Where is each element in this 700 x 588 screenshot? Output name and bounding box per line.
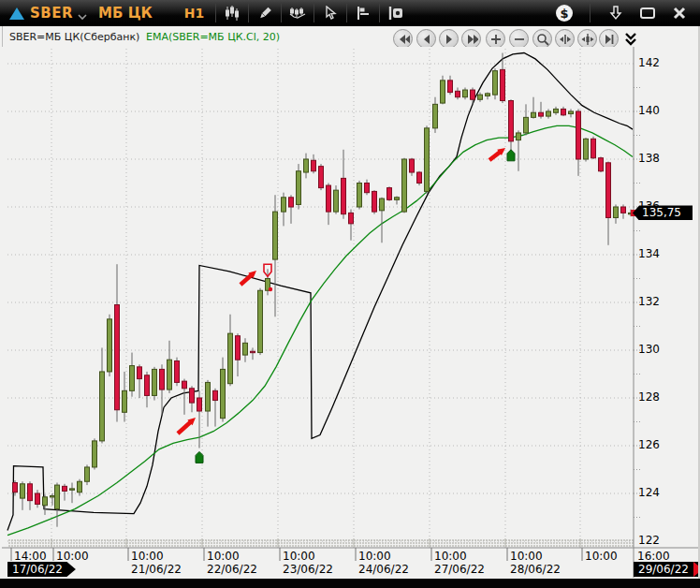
y-axis-label: 130	[638, 343, 660, 356]
y-axis-label: 142	[638, 56, 660, 69]
y-axis-label: 126	[638, 438, 660, 451]
candle	[599, 156, 604, 172]
candle	[93, 438, 97, 469]
y-axis-label: 138	[638, 152, 660, 165]
candle	[153, 367, 157, 401]
time-label: 10:00	[585, 550, 618, 563]
date-label: 28/06/22	[510, 563, 561, 576]
time-label-end: 16:00	[637, 550, 670, 563]
candle	[417, 171, 422, 185]
time-label: 10:00	[510, 550, 543, 563]
last-price-tag: 135,75	[633, 205, 693, 220]
time-label: 10:00	[207, 550, 240, 563]
y-axis-label: 132	[638, 295, 660, 308]
date-tag-start: 17/06/22	[7, 562, 76, 577]
date-label: 23/06/22	[283, 563, 333, 576]
candle	[372, 190, 377, 214]
trading-terminal-window: { "titlebar": { "symbol": "SBER", "board…	[0, 0, 700, 588]
candle	[357, 181, 362, 210]
time-label: 10:00	[131, 550, 164, 563]
candle	[108, 315, 112, 376]
date-label: 27/06/22	[434, 563, 485, 576]
y-axis-label: 134	[638, 247, 660, 260]
candle	[258, 288, 263, 355]
candle	[493, 68, 498, 99]
time-label: 10:00	[434, 550, 467, 563]
date-tag-end: 29/06/22	[634, 562, 698, 577]
window-bottom-bar	[0, 579, 700, 588]
sell-dot-marker	[269, 287, 272, 291]
candle	[319, 164, 324, 190]
y-axis-label: 140	[638, 104, 660, 117]
chart-plot[interactable]	[0, 0, 700, 588]
date-label: 21/06/22	[131, 563, 182, 576]
time-label: 10:00	[56, 550, 89, 563]
time-label: 10:00	[283, 550, 315, 563]
y-axis-label: 128	[638, 390, 660, 404]
y-axis-label: 124	[638, 486, 660, 499]
candle	[387, 186, 392, 200]
candle	[425, 125, 430, 194]
date-label: 24/06/22	[358, 563, 409, 576]
candle	[591, 137, 596, 159]
candle	[175, 358, 180, 387]
candle	[297, 164, 301, 209]
candle	[402, 158, 407, 213]
candle	[584, 138, 589, 162]
y-axis-label: 122	[638, 534, 660, 547]
date-label: 22/06/22	[207, 563, 257, 576]
time-label: 14:00	[14, 550, 47, 563]
time-label: 10:00	[358, 550, 391, 563]
